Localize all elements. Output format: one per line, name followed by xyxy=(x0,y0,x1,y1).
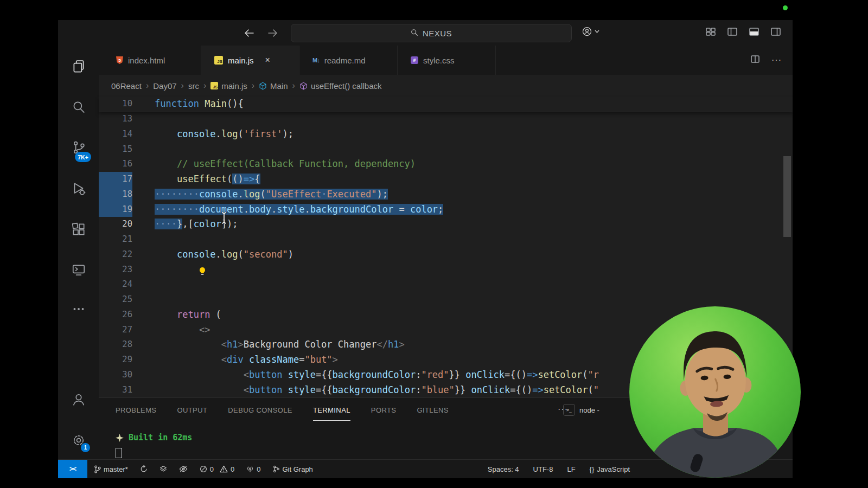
command-center-search[interactable]: NEXUS xyxy=(291,24,572,42)
layers-icon[interactable] xyxy=(159,465,167,473)
tab-main.js[interactable]: JSmain.js× xyxy=(201,46,299,75)
remote-explorer-icon[interactable] xyxy=(58,259,99,281)
chevron-right-icon: › xyxy=(203,81,206,91)
code-line[interactable]: 24 xyxy=(99,277,793,292)
explorer-icon[interactable] xyxy=(58,55,99,78)
breadcrumb-item[interactable]: Day07 xyxy=(153,81,176,91)
chevron-right-icon: › xyxy=(292,81,295,91)
line-number: 31 xyxy=(99,383,132,398)
git-graph-button[interactable]: Git Graph xyxy=(273,465,313,473)
code-line[interactable]: 22 console.log("second") xyxy=(99,247,793,262)
line-number: 19 xyxy=(99,202,132,217)
code-line[interactable]: 10function Main(){ xyxy=(99,97,793,111)
split-editor-icon[interactable] xyxy=(751,55,760,65)
breadcrumb-item[interactable]: useEffect() callback xyxy=(299,81,382,91)
code-line[interactable]: 16 // useEffect(Callback Function, depen… xyxy=(99,157,793,172)
terminal-cursor[interactable] xyxy=(116,448,122,458)
tab-style.css[interactable]: #style.css xyxy=(398,46,496,75)
code-line[interactable]: 19········document.body.style.background… xyxy=(99,202,793,217)
code-line[interactable]: 13 xyxy=(99,112,793,127)
breadcrumb-item[interactable]: JSmain.js xyxy=(210,81,247,91)
code-text: <button style={{backgroundColor:"blue"}}… xyxy=(132,383,599,398)
code-line[interactable]: 25 xyxy=(99,292,793,307)
indentation-indicator[interactable]: Spaces: 4 xyxy=(488,465,519,473)
ports-indicator[interactable]: 0 xyxy=(246,465,260,473)
breadcrumb-label: Day07 xyxy=(153,81,176,91)
terminal-instance[interactable]: >_ node - xyxy=(563,404,599,416)
code-line[interactable]: 14 console.log('first'); xyxy=(99,127,793,142)
terminal-instance-label: node - xyxy=(579,406,599,414)
editor-more-actions-icon[interactable]: ··· xyxy=(771,55,782,65)
problems-indicator[interactable]: 0 0 xyxy=(200,465,234,473)
git-graph-icon xyxy=(273,465,280,473)
breadcrumb-item[interactable]: 06React xyxy=(111,81,142,91)
code-text: ········console.log("UseEffect·Executed"… xyxy=(132,187,388,202)
line-number: 10 xyxy=(99,97,132,111)
panel-tab-problems[interactable]: PROBLEMS xyxy=(116,399,156,421)
code-text: <> xyxy=(132,323,210,338)
code-line[interactable]: 20····},[color]); xyxy=(99,217,793,232)
branch-indicator[interactable]: master* xyxy=(94,465,128,473)
line-number: 28 xyxy=(99,337,132,352)
language-indicator[interactable]: {}JavaScript xyxy=(590,465,630,473)
code-text xyxy=(132,262,155,278)
settings-gear-icon[interactable] xyxy=(58,429,99,452)
code-text xyxy=(132,142,155,157)
toggle-secondary-sidebar-icon[interactable] xyxy=(771,28,781,38)
breadcrumb-label: Main xyxy=(270,81,288,91)
tab-index.html[interactable]: 5index.html xyxy=(103,46,201,75)
lightbulb-icon[interactable] xyxy=(198,267,207,275)
toggle-sidebar-icon[interactable] xyxy=(727,28,737,38)
more-views-icon[interactable] xyxy=(58,298,99,320)
terminal-output-line: Built in 62ms xyxy=(116,433,192,442)
line-number: 29 xyxy=(99,352,132,368)
sync-icon[interactable] xyxy=(140,465,148,473)
customize-layout-icon[interactable] xyxy=(706,28,716,38)
breadcrumb-item[interactable]: Main xyxy=(259,81,288,91)
panel-tab-debug-console[interactable]: DEBUG CONSOLE xyxy=(228,399,292,421)
css-file-icon: # xyxy=(411,56,418,64)
tab-readme.md[interactable]: M↓readme.md xyxy=(299,46,398,75)
forward-arrow-icon[interactable] xyxy=(266,27,279,40)
sticky-scroll-line[interactable]: 10function Main(){ xyxy=(99,97,793,112)
line-number: 16 xyxy=(99,157,132,172)
presenter-portrait xyxy=(629,306,801,478)
encoding-indicator[interactable]: UTF-8 xyxy=(533,465,553,473)
back-arrow-icon[interactable] xyxy=(242,27,256,40)
webcam-overlay xyxy=(629,306,801,478)
editor-scrollbar[interactable] xyxy=(783,156,791,237)
spark-icon xyxy=(116,434,124,442)
run-debug-icon[interactable] xyxy=(58,177,99,200)
accounts-icon[interactable] xyxy=(58,388,99,411)
toggle-panel-icon[interactable] xyxy=(749,28,759,38)
line-number: 27 xyxy=(99,323,132,338)
code-line[interactable]: 15 xyxy=(99,142,793,157)
panel-tab-terminal[interactable]: TERMINAL xyxy=(313,399,350,421)
code-line[interactable]: 21 xyxy=(99,232,793,247)
html-file-icon: 5 xyxy=(116,56,123,64)
panel-tab-gitlens[interactable]: GITLENS xyxy=(417,399,448,421)
tab-label: index.html xyxy=(128,56,165,65)
line-number: 24 xyxy=(99,277,132,292)
eol-indicator[interactable]: LF xyxy=(567,465,575,473)
remote-indicator[interactable]: >< xyxy=(58,460,87,478)
gitlens-togg-eye-icon[interactable] xyxy=(179,465,188,473)
account-menu[interactable] xyxy=(582,26,599,37)
extensions-icon[interactable] xyxy=(58,218,99,241)
panel-tab-output[interactable]: OUTPUT xyxy=(177,399,207,421)
tab-label: readme.md xyxy=(324,56,366,65)
breadcrumb-item[interactable]: src xyxy=(188,81,199,91)
line-number: 20 xyxy=(99,217,132,232)
search-icon xyxy=(411,29,418,38)
line-number: 25 xyxy=(99,292,132,307)
code-line[interactable]: 18········console.log("UseEffect·Execute… xyxy=(99,187,793,202)
code-text xyxy=(132,232,155,247)
code-text xyxy=(132,277,155,292)
breadcrumb-label: main.js xyxy=(221,81,247,91)
panel-tab-ports[interactable]: PORTS xyxy=(371,399,397,421)
search-sidebar-icon[interactable] xyxy=(58,96,99,119)
chevron-down-icon xyxy=(595,30,599,33)
breadcrumb-label: 06React xyxy=(111,81,142,91)
close-icon[interactable]: × xyxy=(265,55,270,65)
code-line[interactable]: 17 useEffect(()=>{ xyxy=(99,172,793,187)
